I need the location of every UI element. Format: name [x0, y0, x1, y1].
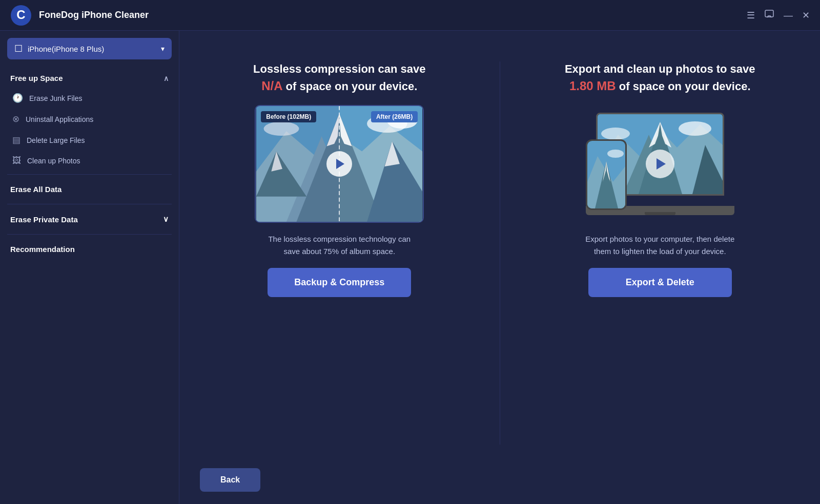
device-chevron-icon: ▾	[161, 45, 165, 53]
free-up-space-header[interactable]: Free up Space ∧	[5, 67, 174, 88]
export-delete-button[interactable]: Export & Delete	[588, 268, 732, 297]
svg-text:C: C	[16, 8, 25, 22]
free-up-space-chevron: ∧	[163, 74, 169, 82]
sidebar-section-free-up-space: Free up Space ∧ 🕐 Erase Junk Files ⊗ Uni…	[0, 67, 179, 171]
app-title: FoneDog iPhone Cleaner	[39, 10, 149, 20]
play-button[interactable]	[326, 151, 352, 177]
backup-compress-panel: Lossless compression can save N/A of spa…	[200, 61, 479, 445]
export-delete-panel: Export and clean up photos to save 1.80 …	[521, 61, 800, 445]
main-layout: ☐ iPhone(iPhone 8 Plus) ▾ Free up Space …	[0, 31, 820, 504]
free-up-space-label: Free up Space	[10, 74, 63, 82]
close-button[interactable]: ✕	[802, 11, 810, 20]
phone-mockup	[586, 139, 627, 210]
erase-junk-label: Erase Junk Files	[29, 94, 82, 102]
right-panel-description: Export photos to your computer, then del…	[581, 233, 740, 258]
clock-icon: 🕐	[12, 93, 23, 103]
sidebar-item-erase-private-data[interactable]: Erase Private Data ∨	[0, 207, 179, 231]
device-name: iPhone(iPhone 8 Plus)	[28, 45, 156, 53]
panel-divider	[500, 61, 500, 445]
erase-private-chevron-icon: ∨	[163, 215, 169, 224]
app-logo: C	[10, 5, 32, 26]
titlebar: C FoneDog iPhone Cleaner ☰ — ✕	[0, 0, 820, 31]
left-panel-heading: Lossless compression can save N/A of spa…	[253, 61, 425, 95]
files-icon: ▤	[12, 135, 20, 145]
delete-large-files-label: Delete Large Files	[27, 136, 85, 144]
sidebar-divider-3	[7, 234, 172, 235]
clean-photos-label: Clean up Photos	[27, 157, 80, 165]
sidebar-item-clean-photos[interactable]: 🖼 Clean up Photos	[5, 151, 174, 171]
bottom-bar: Back	[179, 460, 820, 504]
device-selector[interactable]: ☐ iPhone(iPhone 8 Plus) ▾	[7, 38, 172, 59]
sidebar-item-uninstall-apps[interactable]: ⊗ Uninstall Applications	[5, 109, 174, 130]
svg-point-24	[679, 121, 711, 136]
compare-image: Before (102MB) After (26MB)	[255, 105, 424, 223]
device-phone-icon: ☐	[14, 43, 23, 54]
svg-point-25	[601, 128, 630, 140]
after-label: After (26MB)	[371, 111, 418, 122]
left-panel-description: The lossless compression technology can …	[260, 233, 419, 258]
window-controls: ☰ — ✕	[747, 9, 810, 21]
photos-icon: 🖼	[12, 156, 21, 166]
backup-compress-button[interactable]: Backup & Compress	[268, 268, 411, 297]
sidebar-item-erase-junk[interactable]: 🕐 Erase Junk Files	[5, 88, 174, 109]
sidebar-item-recommendation[interactable]: Recommendation	[0, 238, 179, 261]
device-mockup	[576, 105, 745, 223]
chat-button[interactable]	[764, 9, 774, 21]
left-panel-highlight: N/A	[261, 79, 282, 93]
content-area: Lossless compression can save N/A of spa…	[179, 31, 820, 504]
svg-point-30	[607, 150, 624, 158]
back-button[interactable]: Back	[200, 468, 260, 492]
sidebar-divider-1	[7, 174, 172, 175]
phone-screen	[587, 141, 625, 208]
sidebar-item-delete-large-files[interactable]: ▤ Delete Large Files	[5, 130, 174, 151]
sidebar-item-erase-all-data[interactable]: Erase All Data	[0, 178, 179, 201]
right-panel-heading: Export and clean up photos to save 1.80 …	[565, 61, 755, 95]
right-panel-highlight: 1.80 MB	[569, 79, 616, 93]
apps-icon: ⊗	[12, 114, 19, 124]
menu-button[interactable]: ☰	[747, 11, 755, 20]
uninstall-apps-label: Uninstall Applications	[26, 115, 93, 123]
play-button-large[interactable]	[646, 150, 674, 178]
sidebar-divider-2	[7, 204, 172, 204]
laptop-mockup	[586, 113, 734, 215]
minimize-button[interactable]: —	[784, 11, 793, 20]
before-label: Before (102MB)	[261, 111, 316, 122]
sidebar: ☐ iPhone(iPhone 8 Plus) ▾ Free up Space …	[0, 31, 179, 504]
content-main: Lossless compression can save N/A of spa…	[179, 31, 820, 460]
